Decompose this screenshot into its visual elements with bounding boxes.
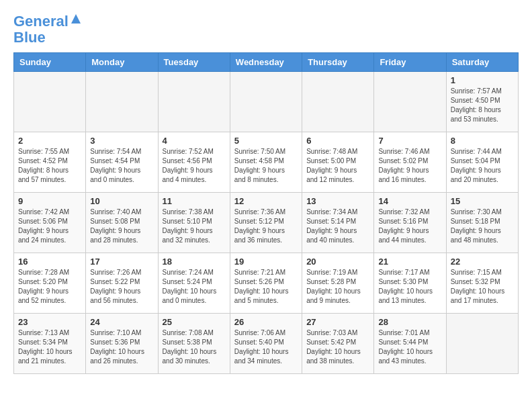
calendar-weekday-friday: Friday	[374, 53, 446, 72]
day-info: Sunrise: 7:52 AM Sunset: 4:56 PM Dayligh…	[163, 147, 226, 185]
calendar-cell: 2Sunrise: 7:55 AM Sunset: 4:52 PM Daylig…	[14, 132, 86, 193]
day-info: Sunrise: 7:48 AM Sunset: 5:00 PM Dayligh…	[306, 147, 369, 185]
calendar-cell: 19Sunrise: 7:21 AM Sunset: 5:26 PM Dayli…	[230, 253, 302, 314]
day-number: 7	[378, 136, 441, 146]
calendar-cell	[14, 72, 86, 132]
calendar-weekday-wednesday: Wednesday	[230, 53, 302, 72]
day-info: Sunrise: 7:08 AM Sunset: 5:38 PM Dayligh…	[163, 328, 226, 366]
calendar-cell: 5Sunrise: 7:50 AM Sunset: 4:58 PM Daylig…	[230, 132, 302, 193]
day-info: Sunrise: 7:19 AM Sunset: 5:28 PM Dayligh…	[306, 268, 369, 306]
calendar-week-1: 1Sunrise: 7:57 AM Sunset: 4:50 PM Daylig…	[14, 72, 519, 132]
calendar-cell: 24Sunrise: 7:10 AM Sunset: 5:36 PM Dayli…	[86, 314, 158, 374]
day-number: 12	[234, 196, 298, 206]
calendar-cell: 11Sunrise: 7:38 AM Sunset: 5:10 PM Dayli…	[158, 193, 230, 253]
day-info: Sunrise: 7:40 AM Sunset: 5:08 PM Dayligh…	[90, 208, 153, 245]
calendar-cell: 6Sunrise: 7:48 AM Sunset: 5:00 PM Daylig…	[302, 132, 374, 193]
calendar-weekday-saturday: Saturday	[446, 53, 518, 72]
day-info: Sunrise: 7:44 AM Sunset: 5:04 PM Dayligh…	[451, 147, 514, 185]
calendar-cell: 26Sunrise: 7:06 AM Sunset: 5:40 PM Dayli…	[230, 314, 302, 374]
day-number: 11	[163, 196, 226, 206]
day-number: 2	[18, 136, 81, 146]
calendar-cell: 23Sunrise: 7:13 AM Sunset: 5:34 PM Dayli…	[14, 314, 86, 374]
day-number: 21	[378, 257, 441, 267]
calendar-cell: 16Sunrise: 7:28 AM Sunset: 5:20 PM Dayli…	[14, 253, 86, 314]
day-info: Sunrise: 7:55 AM Sunset: 4:52 PM Dayligh…	[18, 147, 81, 185]
day-info: Sunrise: 7:01 AM Sunset: 5:44 PM Dayligh…	[378, 328, 441, 366]
day-number: 19	[234, 257, 298, 267]
logo-subtext: Blue	[13, 30, 46, 46]
calendar-cell: 22Sunrise: 7:15 AM Sunset: 5:32 PM Dayli…	[446, 253, 518, 314]
calendar-cell: 9Sunrise: 7:42 AM Sunset: 5:06 PM Daylig…	[14, 193, 86, 253]
calendar-cell	[446, 314, 518, 374]
day-info: Sunrise: 7:42 AM Sunset: 5:06 PM Dayligh…	[18, 208, 81, 245]
day-number: 5	[234, 136, 298, 146]
page-header: General Blue	[13, 13, 519, 46]
day-info: Sunrise: 7:38 AM Sunset: 5:10 PM Dayligh…	[163, 208, 226, 245]
calendar-cell: 15Sunrise: 7:30 AM Sunset: 5:18 PM Dayli…	[446, 193, 518, 253]
calendar-weekday-thursday: Thursday	[302, 53, 374, 72]
day-info: Sunrise: 7:54 AM Sunset: 4:54 PM Dayligh…	[90, 147, 153, 185]
day-number: 3	[90, 136, 153, 146]
calendar-weekday-sunday: Sunday	[14, 53, 86, 72]
calendar-cell	[158, 72, 230, 132]
day-info: Sunrise: 7:26 AM Sunset: 5:22 PM Dayligh…	[90, 268, 153, 306]
day-number: 24	[90, 317, 153, 327]
day-number: 25	[163, 317, 226, 327]
calendar-week-2: 2Sunrise: 7:55 AM Sunset: 4:52 PM Daylig…	[14, 132, 519, 193]
calendar-week-5: 23Sunrise: 7:13 AM Sunset: 5:34 PM Dayli…	[14, 314, 519, 374]
day-info: Sunrise: 7:10 AM Sunset: 5:36 PM Dayligh…	[90, 328, 153, 366]
calendar-cell: 21Sunrise: 7:17 AM Sunset: 5:30 PM Dayli…	[374, 253, 446, 314]
day-info: Sunrise: 7:24 AM Sunset: 5:24 PM Dayligh…	[163, 268, 226, 306]
day-number: 14	[378, 196, 441, 206]
day-number: 8	[451, 136, 514, 146]
day-number: 17	[90, 257, 153, 267]
day-number: 16	[18, 257, 81, 267]
calendar-cell: 3Sunrise: 7:54 AM Sunset: 4:54 PM Daylig…	[86, 132, 158, 193]
day-info: Sunrise: 7:03 AM Sunset: 5:42 PM Dayligh…	[306, 328, 369, 366]
calendar-cell: 4Sunrise: 7:52 AM Sunset: 4:56 PM Daylig…	[158, 132, 230, 193]
day-info: Sunrise: 7:36 AM Sunset: 5:12 PM Dayligh…	[234, 208, 298, 245]
calendar-cell: 28Sunrise: 7:01 AM Sunset: 5:44 PM Dayli…	[374, 314, 446, 374]
day-number: 4	[163, 136, 226, 146]
calendar-cell: 27Sunrise: 7:03 AM Sunset: 5:42 PM Dayli…	[302, 314, 374, 374]
logo-icon	[70, 13, 82, 25]
svg-marker-0	[71, 14, 81, 24]
day-info: Sunrise: 7:34 AM Sunset: 5:14 PM Dayligh…	[306, 208, 369, 245]
calendar-cell: 12Sunrise: 7:36 AM Sunset: 5:12 PM Dayli…	[230, 193, 302, 253]
calendar-body: 1Sunrise: 7:57 AM Sunset: 4:50 PM Daylig…	[14, 72, 519, 374]
calendar-cell: 13Sunrise: 7:34 AM Sunset: 5:14 PM Dayli…	[302, 193, 374, 253]
calendar-cell	[374, 72, 446, 132]
day-info: Sunrise: 7:15 AM Sunset: 5:32 PM Dayligh…	[451, 268, 514, 306]
calendar-cell: 20Sunrise: 7:19 AM Sunset: 5:28 PM Dayli…	[302, 253, 374, 314]
day-info: Sunrise: 7:32 AM Sunset: 5:16 PM Dayligh…	[378, 208, 441, 245]
calendar-cell: 10Sunrise: 7:40 AM Sunset: 5:08 PM Dayli…	[86, 193, 158, 253]
day-info: Sunrise: 7:06 AM Sunset: 5:40 PM Dayligh…	[234, 328, 298, 366]
day-number: 26	[234, 317, 298, 327]
calendar-weekday-monday: Monday	[86, 53, 158, 72]
logo-text: General	[13, 13, 69, 30]
logo: General Blue	[13, 13, 82, 46]
calendar-cell: 8Sunrise: 7:44 AM Sunset: 5:04 PM Daylig…	[446, 132, 518, 193]
calendar-cell	[86, 72, 158, 132]
day-info: Sunrise: 7:50 AM Sunset: 4:58 PM Dayligh…	[234, 147, 298, 185]
day-info: Sunrise: 7:17 AM Sunset: 5:30 PM Dayligh…	[378, 268, 441, 306]
calendar-cell: 1Sunrise: 7:57 AM Sunset: 4:50 PM Daylig…	[446, 72, 518, 132]
calendar-header-row: SundayMondayTuesdayWednesdayThursdayFrid…	[14, 53, 519, 72]
calendar-cell	[302, 72, 374, 132]
day-number: 20	[306, 257, 369, 267]
day-number: 28	[378, 317, 441, 327]
calendar-cell: 7Sunrise: 7:46 AM Sunset: 5:02 PM Daylig…	[374, 132, 446, 193]
day-info: Sunrise: 7:13 AM Sunset: 5:34 PM Dayligh…	[18, 328, 81, 366]
calendar-table: SundayMondayTuesdayWednesdayThursdayFrid…	[13, 52, 519, 374]
day-number: 27	[306, 317, 369, 327]
day-info: Sunrise: 7:57 AM Sunset: 4:50 PM Dayligh…	[451, 87, 514, 124]
day-number: 22	[451, 257, 514, 267]
calendar-week-3: 9Sunrise: 7:42 AM Sunset: 5:06 PM Daylig…	[14, 193, 519, 253]
day-number: 1	[451, 75, 514, 85]
calendar-cell: 25Sunrise: 7:08 AM Sunset: 5:38 PM Dayli…	[158, 314, 230, 374]
day-info: Sunrise: 7:21 AM Sunset: 5:26 PM Dayligh…	[234, 268, 298, 306]
day-number: 9	[18, 196, 81, 206]
calendar-cell: 14Sunrise: 7:32 AM Sunset: 5:16 PM Dayli…	[374, 193, 446, 253]
day-number: 10	[90, 196, 153, 206]
calendar-weekday-tuesday: Tuesday	[158, 53, 230, 72]
